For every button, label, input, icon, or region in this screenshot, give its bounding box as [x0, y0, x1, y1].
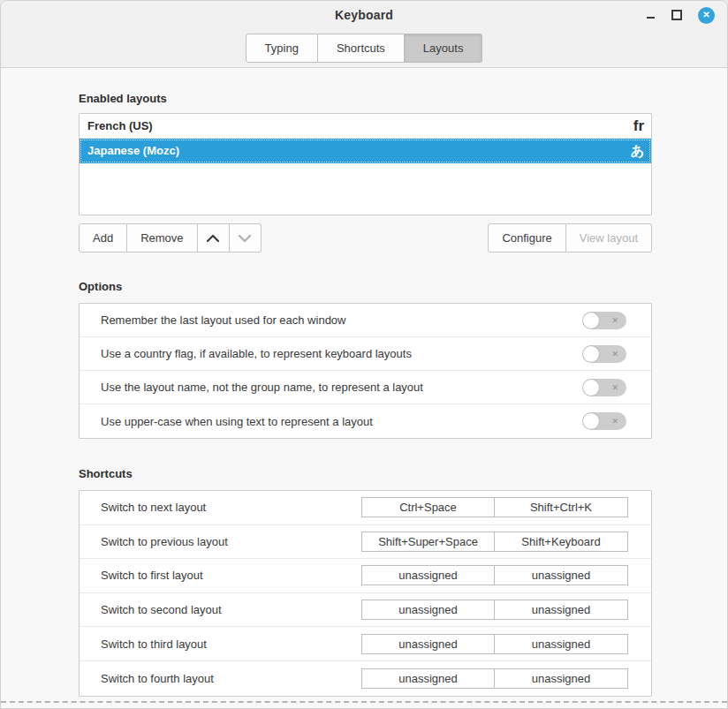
remove-layout-button[interactable]: Remove	[127, 223, 197, 253]
layout-name: French (US)	[87, 119, 153, 132]
shortcuts-heading: Shortcuts	[79, 467, 652, 480]
layouts-page: Enabled layouts French (US) fr Japanese …	[79, 92, 652, 697]
view-layout-button[interactable]: View layout	[566, 223, 652, 253]
shortcut-label: Switch to first layout	[101, 569, 203, 582]
options-heading: Options	[79, 280, 652, 293]
keybinding-button-2[interactable]: Shift+Ctrl+K	[495, 497, 628, 517]
toggle-knob	[583, 313, 599, 328]
country-flag-toggle[interactable]: ✕	[582, 345, 626, 363]
shortcut-label: Switch to third layout	[101, 637, 207, 651]
layout-indicator-badge: fr	[633, 118, 644, 133]
toggle-knob	[583, 346, 599, 362]
keybinding-group: Ctrl+Space Shift+Ctrl+K	[361, 497, 628, 517]
move-down-button[interactable]	[230, 223, 262, 253]
minimize-button[interactable]	[646, 11, 656, 20]
titlebar[interactable]: Keyboard ✕	[1, 1, 727, 29]
keybinding-button-1[interactable]: unassigned	[361, 668, 495, 689]
keybinding-group: unassigned unassigned	[361, 668, 628, 689]
keybinding-button-2[interactable]: unassigned	[495, 565, 628, 585]
tab-shortcuts-label: Shortcuts	[337, 41, 385, 55]
shortcut-label: Switch to next layout	[101, 501, 206, 514]
keybinding-group: unassigned unassigned	[361, 565, 628, 585]
tab-shortcuts[interactable]: Shortcuts	[318, 34, 405, 63]
keybinding-group: Shift+Super+Space Shift+Keyboard	[361, 532, 628, 552]
shortcut-label: Switch to previous layout	[101, 535, 228, 548]
shortcut-row-third-layout: Switch to third layout unassigned unassi…	[80, 627, 651, 661]
shortcut-label: Switch to second layout	[101, 603, 222, 616]
chevron-up-icon	[206, 234, 220, 243]
enabled-layouts-list: French (US) fr Japanese (Mozc) あ	[79, 113, 652, 215]
shortcuts-panel: Switch to next layout Ctrl+Space Shift+C…	[79, 490, 652, 697]
add-layout-button[interactable]: Add	[79, 223, 127, 253]
tab-layouts-label: Layouts	[423, 41, 464, 55]
keybinding-button-2[interactable]: Shift+Keyboard	[495, 532, 628, 552]
option-row-upper-case: Use upper-case when using text to repres…	[80, 404, 651, 438]
layout-indicator-badge: あ	[631, 144, 644, 157]
move-up-button[interactable]	[198, 223, 230, 253]
shortcut-row-first-layout: Switch to first layout unassigned unassi…	[80, 559, 651, 593]
toggle-off-x-icon: ✕	[611, 350, 618, 358]
keybinding-button-1[interactable]: unassigned	[361, 565, 495, 585]
maximize-button[interactable]	[671, 10, 682, 20]
tab-layouts[interactable]: Layouts	[405, 34, 483, 63]
shortcut-row-second-layout: Switch to second layout unassigned unass…	[80, 593, 651, 628]
window-title: Keyboard	[1, 8, 727, 22]
option-label: Use upper-case when using text to repres…	[101, 415, 373, 428]
window-controls: ✕	[646, 1, 715, 29]
shortcut-row-next-layout: Switch to next layout Ctrl+Space Shift+C…	[80, 491, 651, 525]
keybinding-button-2[interactable]: unassigned	[495, 668, 628, 689]
layout-name-toggle[interactable]: ✕	[582, 379, 626, 396]
toggle-off-x-icon: ✕	[611, 418, 618, 426]
tab-bar: Typing Shortcuts Layouts	[1, 34, 727, 63]
option-label: Use the layout name, not the group name,…	[101, 381, 423, 394]
option-label: Use a country flag, if available, to rep…	[101, 347, 412, 360]
keybinding-button-1[interactable]: unassigned	[361, 600, 495, 620]
option-row-remember-layout: Remember the last layout used for each w…	[80, 304, 651, 337]
upper-case-toggle[interactable]: ✕	[582, 412, 626, 430]
toggle-off-x-icon: ✕	[611, 383, 618, 391]
keybinding-button-2[interactable]: unassigned	[495, 634, 628, 654]
keybinding-button-1[interactable]: Shift+Super+Space	[361, 532, 495, 552]
option-row-layout-name: Use the layout name, not the group name,…	[80, 371, 651, 404]
configure-button[interactable]: Configure	[488, 223, 565, 253]
layouts-toolbar: Add Remove Configure View layout	[79, 223, 652, 253]
toggle-knob	[583, 413, 599, 429]
layout-row-french[interactable]: French (US) fr	[80, 114, 651, 139]
toggle-off-x-icon: ✕	[611, 316, 618, 324]
keybinding-button-2[interactable]: unassigned	[495, 600, 628, 620]
layout-row-japanese[interactable]: Japanese (Mozc) あ	[80, 139, 651, 163]
layout-name: Japanese (Mozc)	[87, 144, 179, 157]
toggle-knob	[583, 380, 599, 396]
keybinding-button-1[interactable]: Ctrl+Space	[361, 497, 495, 517]
add-layout-label: Add	[93, 231, 113, 245]
shortcut-row-fourth-layout: Switch to fourth layout unassigned unass…	[80, 661, 651, 696]
window-resize-edge[interactable]	[1, 701, 727, 703]
configure-label: Configure	[502, 231, 551, 245]
options-panel: Remember the last layout used for each w…	[79, 303, 652, 439]
chevron-down-icon	[238, 234, 252, 243]
option-label: Remember the last layout used for each w…	[101, 313, 345, 327]
remember-layout-toggle[interactable]: ✕	[582, 312, 626, 329]
keybinding-group: unassigned unassigned	[361, 600, 628, 620]
shortcut-label: Switch to fourth layout	[101, 672, 214, 685]
enabled-layouts-heading: Enabled layouts	[79, 92, 652, 105]
list-edit-button-group: Add Remove	[79, 223, 262, 253]
keyboard-settings-window: Keyboard ✕ Typing Shortcuts La	[0, 0, 728, 709]
shortcut-row-previous-layout: Switch to previous layout Shift+Super+Sp…	[80, 525, 651, 560]
tab-typing[interactable]: Typing	[246, 34, 318, 63]
close-icon: ✕	[702, 11, 709, 19]
keybinding-group: unassigned unassigned	[361, 634, 628, 654]
close-button[interactable]: ✕	[698, 7, 715, 24]
tab-typing-label: Typing	[265, 41, 299, 55]
remove-layout-label: Remove	[140, 231, 183, 245]
option-row-country-flag: Use a country flag, if available, to rep…	[80, 337, 651, 371]
view-layout-label: View layout	[580, 231, 638, 245]
window-header: Keyboard ✕ Typing Shortcuts La	[1, 1, 727, 68]
keybinding-button-1[interactable]: unassigned	[361, 634, 495, 654]
layout-action-button-group: Configure View layout	[488, 223, 652, 253]
